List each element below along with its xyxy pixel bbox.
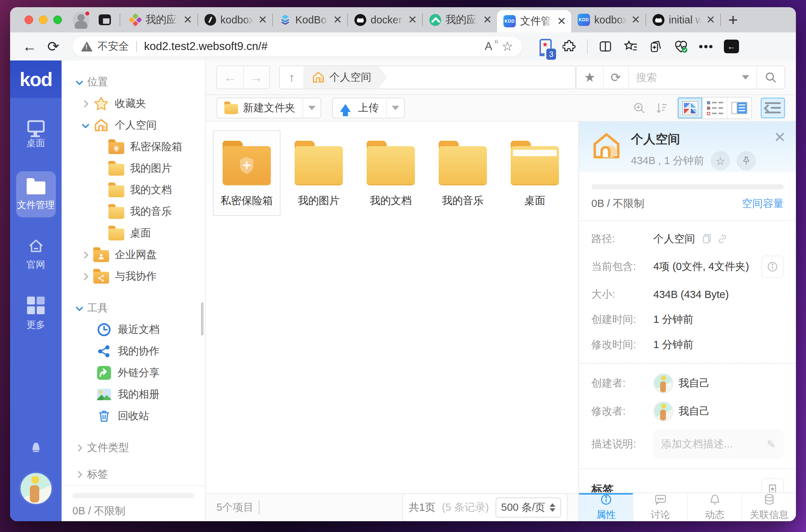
new-folder-button[interactable]: 新建文件夹 xyxy=(217,98,303,118)
favorite-star-icon[interactable]: ☆ xyxy=(502,39,513,54)
tab-activity[interactable]: 动态 xyxy=(687,493,742,521)
chevron-right-icon[interactable] xyxy=(81,272,89,280)
view-grid-button[interactable] xyxy=(678,98,702,118)
tree-item-my-music[interactable]: 我的音乐 xyxy=(62,201,205,222)
tab-kodbox-site[interactable]: KodBox ✕ xyxy=(273,7,347,32)
kod-logo[interactable]: kod xyxy=(10,60,62,98)
tab-docker[interactable]: docker ✕ xyxy=(348,7,422,32)
up-folder-button[interactable]: ↑ xyxy=(280,66,304,89)
sort-icon[interactable] xyxy=(655,101,668,115)
capacity-link[interactable]: 空间容量 xyxy=(742,197,784,211)
tree-item-external-share[interactable]: 外链分享 xyxy=(62,362,205,384)
close-icon[interactable]: ✕ xyxy=(333,14,342,25)
pane-resize-handle[interactable] xyxy=(201,302,203,335)
browser-health-icon[interactable] xyxy=(673,39,689,54)
tree-item-recent-docs[interactable]: 最近文档 xyxy=(62,319,205,341)
chevron-right-icon[interactable] xyxy=(75,444,82,451)
close-icon[interactable]: ✕ xyxy=(258,14,267,25)
workspaces-icon[interactable] xyxy=(99,14,111,25)
tab-related-info[interactable]: 关联信息 xyxy=(742,493,796,521)
tree-item-recycle-bin[interactable]: 回收站 xyxy=(62,405,205,427)
star-button[interactable]: ☆ xyxy=(711,151,730,171)
file-grid[interactable]: 私密保险箱 我的图片 我的文档 我的音乐 xyxy=(206,122,578,493)
tree-header-location[interactable]: 位置 xyxy=(62,71,205,93)
favorites-icon[interactable] xyxy=(623,39,638,54)
upload-menu-button[interactable] xyxy=(386,98,404,118)
tab-my-apps-1[interactable]: 我的应用 ✕ xyxy=(123,7,197,32)
file-tile-my-music[interactable]: 我的音乐 xyxy=(429,130,497,216)
breadcrumb-item-personal[interactable]: 个人空间 xyxy=(304,66,387,89)
copy-icon[interactable] xyxy=(700,233,712,245)
close-icon[interactable]: ✕ xyxy=(483,14,492,25)
favorite-current-button[interactable]: ★ xyxy=(577,66,603,89)
file-tile-desktop[interactable]: 桌面 xyxy=(501,130,569,216)
read-aloud-icon[interactable]: A xyxy=(485,40,492,53)
upload-button[interactable]: 上传 xyxy=(333,98,386,118)
close-window-button[interactable] xyxy=(24,15,33,24)
tree-item-private-safe[interactable]: 私密保险箱 xyxy=(62,136,205,158)
rail-item-more[interactable]: 更多 xyxy=(16,291,56,337)
tab-initial[interactable]: initial w ✕ xyxy=(646,7,720,32)
tree-item-my-documents[interactable]: 我的文档 xyxy=(62,179,205,201)
tree-item-desktop[interactable]: 桌面 xyxy=(62,222,205,244)
tree-item-enterprise-disk[interactable]: 企业网盘 xyxy=(62,244,205,266)
chevron-down-icon[interactable] xyxy=(742,75,749,80)
split-screen-icon[interactable] xyxy=(598,39,613,54)
security-label[interactable]: 不安全 xyxy=(98,39,129,54)
search-button[interactable] xyxy=(756,66,784,89)
tab-kodbox-repo[interactable]: kodbox ✕ xyxy=(198,7,272,32)
browser-profile-avatar[interactable] xyxy=(73,12,89,28)
per-page-select[interactable]: 500 条/页 xyxy=(496,497,561,518)
tree-item-favorites[interactable]: 收藏夹 xyxy=(62,93,205,114)
user-avatar[interactable] xyxy=(19,472,53,505)
tab-kodbox-2[interactable]: kodbox ✕ xyxy=(571,7,645,32)
url-text[interactable]: kod2.test2.websoft9.cn/# xyxy=(144,40,485,53)
chevron-down-icon[interactable] xyxy=(82,121,89,128)
zoom-in-icon[interactable] xyxy=(632,101,646,115)
chevron-right-icon[interactable] xyxy=(81,251,89,258)
rail-item-desktop[interactable]: 桌面 xyxy=(16,112,56,158)
file-tile-my-pictures[interactable]: 我的图片 xyxy=(285,130,353,216)
minimize-window-button[interactable] xyxy=(39,15,48,24)
tree-item-my-pictures[interactable]: 我的图片 xyxy=(62,158,205,179)
tab-my-apps-2[interactable]: 我的应用 ✕ xyxy=(423,7,497,32)
chevron-right-icon[interactable] xyxy=(81,100,89,107)
tag-bookmark-button[interactable] xyxy=(761,478,784,492)
info-button[interactable] xyxy=(761,256,784,278)
bell-icon[interactable] xyxy=(29,441,43,455)
sidebar-toggle-icon[interactable]: ← xyxy=(724,40,739,53)
tree-item-my-collaboration[interactable]: 我的协作 xyxy=(62,341,205,362)
tab-file-manager-active[interactable]: 文件管理 ✕ xyxy=(497,10,571,32)
refresh-button[interactable]: ⟳ xyxy=(43,39,63,54)
back-button[interactable]: ← xyxy=(19,39,40,54)
creator-value[interactable]: 我自己 xyxy=(679,376,710,391)
chevron-down-icon[interactable] xyxy=(76,303,83,311)
file-tile-my-documents[interactable]: 我的文档 xyxy=(357,130,425,216)
close-icon[interactable]: ✕ xyxy=(631,14,640,25)
zoom-window-button[interactable] xyxy=(53,15,62,24)
chevron-right-icon[interactable] xyxy=(75,470,82,478)
new-tab-button[interactable]: + xyxy=(728,10,738,30)
rail-item-file-manager[interactable]: 文件管理 xyxy=(16,171,56,217)
history-forward-button[interactable]: → xyxy=(243,66,269,89)
extensions-icon[interactable] xyxy=(562,39,577,54)
refresh-list-button[interactable]: ⟳ xyxy=(603,66,628,89)
address-bar[interactable]: 不安全 kod2.test2.websoft9.cn/# A ☆ xyxy=(72,36,522,57)
close-icon[interactable]: ✕ xyxy=(183,14,192,25)
settings-more-icon[interactable]: ••• xyxy=(699,40,714,54)
toggle-detail-panel-button[interactable] xyxy=(761,98,785,118)
edit-pencil-icon[interactable]: ✎ xyxy=(767,438,776,451)
pin-button[interactable] xyxy=(736,151,756,171)
search-input[interactable] xyxy=(636,72,737,84)
rail-item-official-site[interactable]: 官网 xyxy=(16,231,56,277)
tree-item-shared-with-me[interactable]: 与我协作 xyxy=(62,266,205,287)
history-back-button[interactable]: ← xyxy=(217,66,243,89)
close-icon[interactable]: ✕ xyxy=(557,16,566,27)
chevron-down-icon[interactable] xyxy=(76,77,83,85)
modifier-value[interactable]: 我自己 xyxy=(679,404,710,419)
tree-header-tools[interactable]: 工具 xyxy=(62,297,205,319)
view-list-button[interactable] xyxy=(702,98,727,118)
tree-header-file-types[interactable]: 文件类型 xyxy=(62,437,205,459)
tab-properties[interactable]: 属性 xyxy=(579,493,633,521)
close-icon[interactable]: ✕ xyxy=(408,14,417,25)
